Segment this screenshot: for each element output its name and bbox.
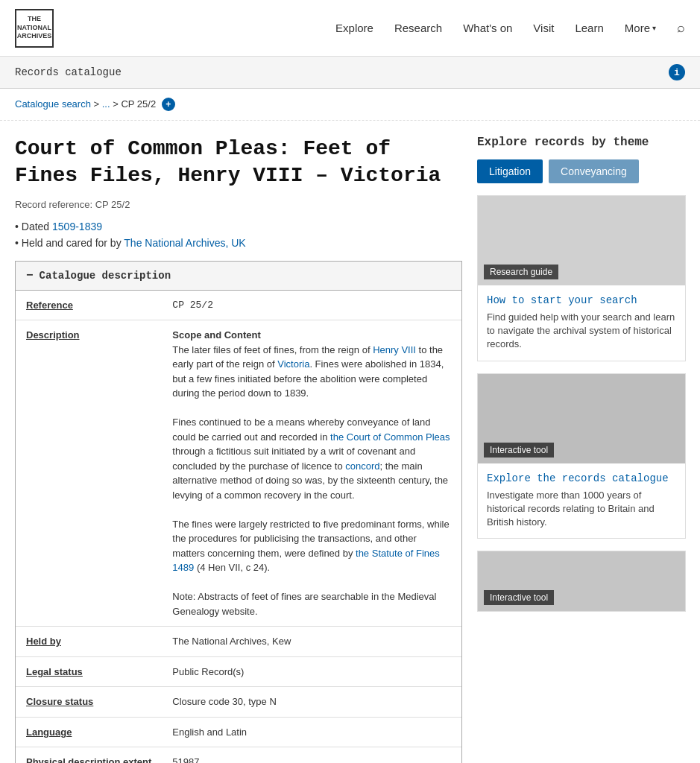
catalogue-header[interactable]: − Catalogue description [16, 262, 461, 291]
value-legal-status: Public Record(s) [162, 656, 461, 687]
theme-btn-litigation[interactable]: Litigation [477, 159, 543, 183]
nav-learn[interactable]: Learn [575, 22, 603, 34]
nav-visit[interactable]: Visit [533, 22, 554, 34]
card-explore-catalogue: Interactive tool Explore the records cat… [477, 373, 686, 539]
table-row: Legal status Public Record(s) [16, 656, 461, 687]
collapse-icon: − [26, 269, 34, 282]
value-reference: CP 25/2 [162, 291, 461, 320]
held-label: Held and cared for by [22, 237, 122, 249]
search-icon: ⌕ [677, 20, 685, 35]
left-column: Court of Common Pleas: Feet of Fines Fil… [15, 136, 462, 763]
card-title-research-guide[interactable]: How to start your search [487, 294, 676, 306]
label-held-by: Held by [16, 627, 162, 657]
court-of-common-pleas-link[interactable]: the Court of Common Pleas [330, 431, 450, 443]
breadcrumb-current: CP 25/2 [121, 98, 156, 110]
card-image-research-guide: Research guide [478, 196, 685, 285]
records-catalogue-label: Records catalogue [15, 66, 122, 78]
breadcrumb-catalogue-search[interactable]: Catalogue search [15, 98, 91, 110]
table-row: Language English and Latin [16, 717, 461, 747]
breadcrumb-ellipsis[interactable]: ... [102, 98, 110, 110]
card-badge-research-guide: Research guide [484, 265, 558, 279]
breadcrumb: Catalogue search > ... > CP 25/2 + [0, 89, 700, 121]
main-nav: Explore Research What's on Visit Learn M… [335, 20, 685, 36]
dated-label: Dated [22, 221, 49, 232]
nav-whats-on[interactable]: What's on [463, 22, 512, 34]
card-desc-explore-catalogue: Investigate more than 1000 years of hist… [487, 489, 676, 530]
victoria-link[interactable]: Victoria [277, 358, 309, 370]
logo-line2: NATIONAL [17, 24, 51, 33]
label-phys-desc-extent: Physical description extent [16, 747, 162, 763]
info-icon[interactable]: i [669, 64, 685, 80]
explore-heading: Explore records by theme [477, 136, 686, 149]
card-research-guide: Research guide How to start your search … [477, 195, 686, 361]
meta-list: Dated 1509-1839 Held and cared for by Th… [15, 221, 462, 249]
card-badge-explore-catalogue: Interactive tool [484, 443, 554, 458]
card-body-research-guide: How to start your search Find guided hel… [478, 285, 685, 361]
card-image-interactive-tool-3: Interactive tool [478, 551, 685, 611]
page-title: Court of Common Pleas: Feet of Fines Fil… [15, 136, 462, 190]
table-row: Physical description extent 51987 [16, 747, 461, 763]
label-description: Description [16, 320, 162, 627]
logo[interactable]: THE NATIONAL ARCHIVES [15, 9, 54, 48]
label-legal-status: Legal status [16, 656, 162, 687]
statute-of-fines-link[interactable]: the Statute of Fines 1489 [172, 548, 439, 574]
value-language: English and Latin [162, 717, 461, 747]
value-held-by: The National Archives, Kew [162, 627, 461, 657]
site-header: THE NATIONAL ARCHIVES Explore Research W… [0, 0, 700, 57]
nav-more-label: More [625, 22, 650, 34]
nav-explore[interactable]: Explore [335, 22, 373, 34]
logo-box: THE NATIONAL ARCHIVES [15, 9, 54, 48]
henry-viii-link[interactable]: Henry VIII [373, 344, 416, 355]
card-interactive-tool-3: Interactive tool [477, 551, 686, 612]
label-closure-status: Closure status [16, 687, 162, 718]
table-row: Description Scope and Content The later … [16, 320, 461, 627]
table-row: Held by The National Archives, Kew [16, 627, 461, 657]
value-closure-status: Closure code 30, type N [162, 687, 461, 718]
card-body-explore-catalogue: Explore the records catalogue Investigat… [478, 463, 685, 539]
value-description: Scope and Content The later files of fee… [162, 320, 461, 627]
label-reference: Reference [16, 291, 162, 320]
dated-item: Dated 1509-1839 [15, 221, 462, 232]
held-link[interactable]: The National Archives, UK [124, 237, 245, 249]
nav-research[interactable]: Research [394, 22, 442, 34]
dated-link[interactable]: 1509-1839 [52, 221, 102, 232]
add-bookmark-icon[interactable]: + [162, 98, 175, 111]
card-badge-interactive-tool-3: Interactive tool [484, 590, 554, 605]
table-row: Reference CP 25/2 [16, 291, 461, 320]
breadcrumb-separator2: > [113, 98, 121, 110]
breadcrumb-separator1: > [94, 98, 102, 110]
logo-line1: THE [28, 15, 41, 24]
records-catalogue-bar: Records catalogue i [0, 57, 700, 89]
main-content: Court of Common Pleas: Feet of Fines Fil… [0, 121, 700, 763]
theme-buttons: Litigation Conveyancing [477, 159, 686, 183]
table-row: Closure status Closure code 30, type N [16, 687, 461, 718]
catalogue-table: Reference CP 25/2 Description Scope and … [16, 291, 461, 763]
theme-btn-conveyancing[interactable]: Conveyancing [549, 159, 639, 183]
card-image-explore-catalogue: Interactive tool [478, 374, 685, 463]
catalogue-header-label: Catalogue description [40, 270, 171, 282]
held-item: Held and cared for by The National Archi… [15, 237, 462, 249]
search-button[interactable]: ⌕ [677, 20, 685, 36]
nav-more[interactable]: More ▾ [625, 22, 656, 34]
label-language: Language [16, 717, 162, 747]
right-column: Explore records by theme Litigation Conv… [477, 136, 686, 763]
record-reference: Record reference: CP 25/2 [15, 199, 462, 210]
card-desc-research-guide: Find guided help with your search and le… [487, 311, 676, 352]
logo-line3: ARCHIVES [17, 32, 52, 41]
concord-link[interactable]: concord [345, 460, 379, 472]
card-title-explore-catalogue[interactable]: Explore the records catalogue [487, 472, 676, 484]
catalogue-description-box: − Catalogue description Reference CP 25/… [15, 261, 462, 763]
value-phys-desc-extent: 51987 [162, 747, 461, 763]
chevron-down-icon: ▾ [652, 24, 656, 32]
